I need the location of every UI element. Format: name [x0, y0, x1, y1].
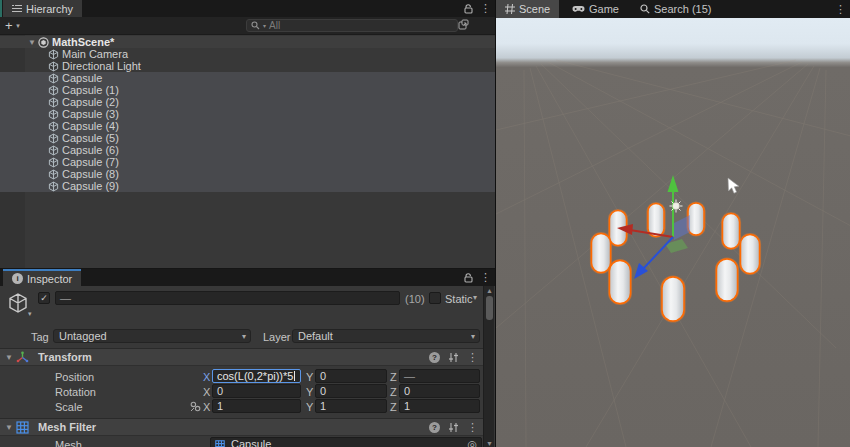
link-scale-icon[interactable] [190, 401, 201, 412]
tab-inspector-label: Inspector [27, 273, 72, 285]
tag-dropdown[interactable]: Untagged ▾ [53, 329, 251, 343]
scroll-down-icon[interactable]: ▼ [484, 440, 495, 447]
popout-window-icon[interactable] [458, 19, 469, 30]
mesh-filter-header[interactable]: ▼ Mesh Filter ? ⋮ [0, 418, 484, 436]
transform-title: Transform [38, 351, 92, 363]
help-icon[interactable]: ? [429, 422, 440, 433]
scrollbar-thumb[interactable] [486, 296, 493, 320]
hierarchy-item[interactable]: Capsule (6) [0, 144, 495, 156]
layer-dropdown[interactable]: Default ▾ [292, 329, 480, 343]
scene-panel: Scene Game Search (15) ⋮ [495, 0, 850, 447]
mesh-icon [215, 440, 225, 447]
hierarchy-item[interactable]: Capsule [0, 72, 495, 84]
rotation-label: Rotation [55, 386, 96, 398]
hierarchy-item-label: Capsule [62, 72, 102, 84]
foldout-arrow-icon[interactable]: ▼ [5, 353, 16, 362]
foldout-arrow-icon[interactable]: ▼ [5, 423, 16, 432]
capsule-mesh[interactable] [688, 203, 704, 235]
tab-hierarchy[interactable]: Hierarchy [3, 0, 82, 17]
hierarchy-item[interactable]: Capsule (7) [0, 156, 495, 168]
scene-tabbar: Scene Game Search (15) ⋮ [496, 0, 850, 18]
search-filter-dropdown-icon[interactable]: ▾ [263, 22, 266, 29]
scale-x-field[interactable]: 1 [212, 399, 301, 413]
hierarchy-item[interactable]: Capsule (8) [0, 168, 495, 180]
inspector-menu-icon[interactable]: ⋮ [480, 271, 491, 284]
name-field[interactable]: — [55, 291, 400, 305]
hierarchy-item-scene[interactable]: ▼ MathScene* [0, 36, 495, 48]
capsule-mesh[interactable] [610, 261, 631, 304]
mesh-object-field[interactable]: Capsule ◎ [210, 437, 482, 447]
rotation-z-axis-label[interactable]: Z [390, 386, 397, 398]
create-object-button[interactable]: + ▾ [5, 18, 20, 33]
lock-icon[interactable] [464, 273, 473, 283]
capsule-mesh[interactable] [592, 234, 611, 273]
hierarchy-item[interactable]: Capsule (1) [0, 84, 495, 96]
inspector-scrollbar[interactable]: ▲ ▼ [483, 286, 494, 447]
scale-z-axis-label[interactable]: Z [390, 401, 397, 413]
help-icon[interactable]: ? [429, 352, 440, 363]
tab-scene-label: Scene [519, 3, 550, 15]
tab-search[interactable]: Search (15) [634, 0, 717, 18]
hierarchy-toolbar: + ▾ ▾ All [0, 17, 495, 35]
static-checkbox[interactable] [429, 292, 441, 304]
hierarchy-item[interactable]: Capsule (5) [0, 132, 495, 144]
gameobject-cube-icon [47, 145, 60, 156]
scale-y-field[interactable]: 1 [315, 399, 387, 413]
rotation-y-field[interactable]: 0 [315, 384, 387, 398]
tab-hierarchy-label: Hierarchy [26, 3, 73, 15]
hierarchy-item-label: Capsule (8) [62, 168, 119, 180]
rotation-x-axis-label[interactable]: X [203, 386, 210, 398]
icon-dropdown-arrow[interactable]: ▾ [28, 310, 32, 318]
hierarchy-item-label: Capsule (2) [62, 96, 119, 108]
position-x-axis-label[interactable]: X [203, 371, 210, 383]
capsule-mesh[interactable] [723, 214, 740, 249]
unity-scene-icon [37, 37, 50, 48]
rotation-x-field[interactable]: 0 [212, 384, 301, 398]
transform-icon [16, 351, 29, 364]
scale-z-field[interactable]: 1 [399, 399, 480, 413]
position-z-axis-label[interactable]: Z [390, 371, 397, 383]
hierarchy-item[interactable]: Capsule (2) [0, 96, 495, 108]
scale-y-axis-label[interactable]: Y [306, 401, 313, 413]
component-menu-icon[interactable]: ⋮ [467, 351, 478, 364]
capsule-mesh[interactable] [648, 204, 664, 237]
gameobject-header-icon[interactable] [6, 291, 30, 315]
rotation-z-field[interactable]: 0 [399, 384, 480, 398]
hierarchy-item[interactable]: Capsule (3) [0, 108, 495, 120]
tab-scene[interactable]: Scene [496, 0, 559, 18]
position-y-field[interactable]: 0 [315, 369, 387, 383]
static-dropdown-icon[interactable]: ▾ [473, 293, 477, 302]
position-label: Position [55, 371, 94, 383]
hierarchy-item[interactable]: Capsule (9) [0, 180, 495, 192]
hierarchy-item[interactable]: Main Camera [0, 48, 495, 60]
hierarchy-item[interactable]: Capsule (4) [0, 120, 495, 132]
scroll-up-icon[interactable]: ▲ [484, 287, 495, 294]
foldout-arrow-icon[interactable]: ▼ [28, 38, 37, 47]
gameobject-cube-icon [47, 49, 60, 60]
tab-inspector[interactable]: i Inspector [3, 269, 81, 286]
transform-header[interactable]: ▼ Transform ? ⋮ [0, 348, 484, 366]
hierarchy-menu-icon[interactable]: ⋮ [480, 2, 491, 15]
presets-icon[interactable] [448, 352, 459, 363]
presets-icon[interactable] [448, 422, 459, 433]
object-picker-icon[interactable]: ◎ [467, 438, 477, 447]
scale-x-axis-label[interactable]: X [203, 401, 210, 413]
tag-value: Untagged [59, 330, 107, 342]
hierarchy-item[interactable]: Directional Light [0, 60, 495, 72]
lock-icon[interactable] [464, 4, 473, 14]
hierarchy-item-label: Main Camera [62, 48, 128, 60]
capsule-mesh[interactable] [741, 235, 760, 274]
component-menu-icon[interactable]: ⋮ [467, 421, 478, 434]
tab-game[interactable]: Game [566, 0, 625, 18]
scene-viewport[interactable] [496, 18, 850, 447]
position-y-axis-label[interactable]: Y [306, 371, 313, 383]
capsule-mesh[interactable] [717, 259, 738, 301]
rotation-y-axis-label[interactable]: Y [306, 386, 313, 398]
hierarchy-search-input[interactable]: ▾ All [246, 19, 458, 32]
position-x-field[interactable]: cos(L(0,2*pi))*5 [212, 369, 301, 383]
capsule-mesh[interactable] [662, 277, 684, 321]
position-z-field[interactable]: — [399, 369, 480, 383]
active-checkbox[interactable]: ✓ [38, 292, 50, 304]
gameobject-cube-icon [47, 169, 60, 180]
scene-menu-icon[interactable]: ⋮ [835, 3, 846, 16]
